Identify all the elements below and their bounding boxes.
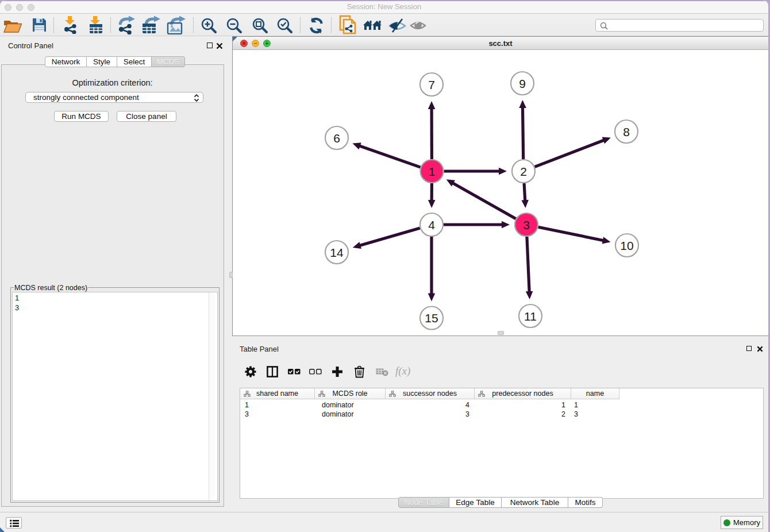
svg-text:15: 15: [425, 311, 438, 325]
svg-text:7: 7: [428, 78, 435, 91]
svg-text:9: 9: [519, 77, 526, 90]
svg-text:8: 8: [623, 125, 630, 138]
svg-text:11: 11: [524, 310, 537, 323]
svg-text:3: 3: [523, 218, 530, 232]
svg-text:4: 4: [428, 218, 435, 232]
svg-text:6: 6: [333, 132, 340, 145]
svg-text:14: 14: [330, 246, 344, 259]
svg-text:10: 10: [620, 239, 633, 252]
svg-text:2: 2: [520, 165, 527, 178]
svg-text:1: 1: [429, 165, 436, 178]
